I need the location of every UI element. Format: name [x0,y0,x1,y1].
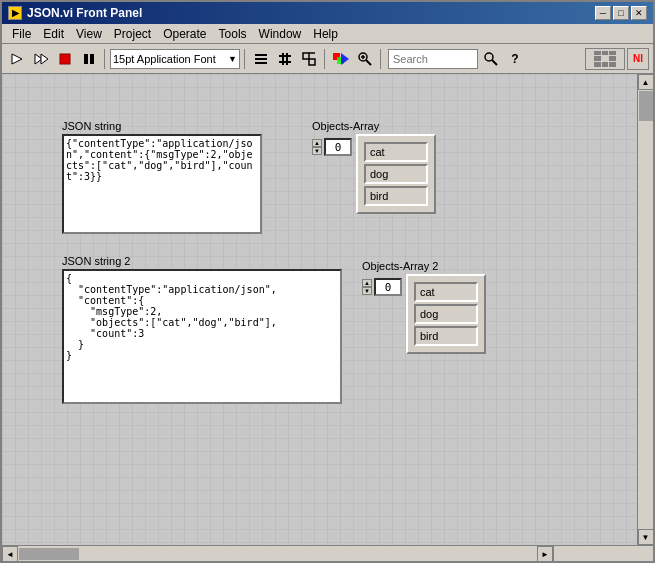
num-arrows-2: ▲ ▼ [362,279,372,295]
scroll-thumb-vertical[interactable] [639,91,653,121]
title-bar-left: ▶ JSON.vi Front Panel [8,6,142,20]
scroll-track-vertical[interactable] [638,90,654,529]
menu-help[interactable]: Help [307,26,344,42]
array-item: bird [414,326,478,346]
toolbar-sep-4 [380,49,382,69]
svg-rect-6 [255,54,267,56]
search-button[interactable] [480,48,502,70]
json-string-2-label: JSON string 2 [62,255,130,267]
scroll-down-button[interactable]: ▼ [638,529,654,545]
ni-text: NI [633,53,643,64]
num-increment-2[interactable]: ▲ [362,279,372,287]
close-button[interactable]: ✕ [631,6,647,20]
objects-array-2-inner: ▲ ▼ 0 cat dog bird [362,274,486,354]
menu-bar: File Edit View Project Operate Tools Win… [2,24,653,44]
dropdown-arrow-icon: ▼ [228,54,237,64]
maximize-button[interactable]: □ [613,6,629,20]
minimize-button[interactable]: ─ [595,6,611,20]
align-button[interactable] [250,48,272,70]
distribute-button[interactable] [274,48,296,70]
title-bar: ▶ JSON.vi Front Panel ─ □ ✕ [2,2,653,24]
svg-rect-12 [286,53,288,65]
num-decrement-2[interactable]: ▼ [362,287,372,295]
toolbar-sep-3 [324,49,326,69]
svg-rect-5 [90,54,94,64]
svg-marker-2 [41,54,48,64]
menu-tools[interactable]: Tools [213,26,253,42]
array-item: cat [414,282,478,302]
app-icon: ▶ [8,6,22,20]
num-display-1: 0 [324,138,352,156]
svg-rect-8 [255,62,267,64]
horizontal-scrollbar-area: ◄ ► [2,545,653,561]
help-icon: ? [511,52,518,66]
menu-file[interactable]: File [6,26,37,42]
num-decrement-1[interactable]: ▼ [312,147,322,155]
menu-project[interactable]: Project [108,26,157,42]
search-input[interactable] [393,53,473,65]
json-string-1-content: {"contentType":"application/json","conte… [66,138,253,182]
numeric-control-2: ▲ ▼ 0 [362,278,402,296]
objects-array-2-label: Objects-Array 2 [362,260,438,272]
svg-rect-14 [309,59,315,65]
svg-rect-10 [279,61,291,63]
pause-button[interactable] [78,48,100,70]
scroll-left-button[interactable]: ◄ [2,546,18,562]
svg-point-23 [485,53,493,61]
window-title: JSON.vi Front Panel [27,6,142,20]
resize-button[interactable] [298,48,320,70]
svg-marker-0 [12,54,22,64]
canvas-area[interactable]: JSON string {"contentType":"application/… [2,74,637,545]
ni-icon-button[interactable]: NI [627,48,649,70]
help-button[interactable]: ? [504,48,526,70]
ni-logo-area [585,48,625,70]
numeric-control-1: ▲ ▼ 0 [312,138,352,156]
svg-line-24 [492,60,497,65]
title-buttons: ─ □ ✕ [595,6,647,20]
objects-array-2-list: cat dog bird [406,274,486,354]
svg-marker-18 [341,53,349,65]
json-string-2-panel[interactable]: { "contentType":"application/json", "con… [62,269,342,404]
objects-array-1-label: Objects-Array [312,120,379,132]
objects-array-1-container: Objects-Array ▲ ▼ 0 cat dog [312,134,436,214]
run-continuous-button[interactable] [30,48,52,70]
menu-operate[interactable]: Operate [157,26,212,42]
toolbar-sep-2 [244,49,246,69]
vertical-scrollbar: ▲ ▼ [637,74,653,545]
font-dropdown[interactable]: 15pt Application Font ▼ [110,49,240,69]
json-string-2-content: { "contentType":"application/json", "con… [66,273,338,361]
scroll-thumb-horizontal[interactable] [19,548,79,560]
color-button[interactable] [330,48,352,70]
json-string-2-container: JSON string 2 { "contentType":"applicati… [62,269,342,404]
svg-rect-11 [282,53,284,65]
menu-view[interactable]: View [70,26,108,42]
svg-rect-13 [303,53,309,59]
json-string-1-label: JSON string [62,120,121,132]
num-arrows-1: ▲ ▼ [312,139,322,155]
array-item: dog [414,304,478,324]
main-window: ▶ JSON.vi Front Panel ─ □ ✕ File Edit Vi… [0,0,655,563]
objects-array-1-list: cat dog bird [356,134,436,214]
zoom-button[interactable] [354,48,376,70]
menu-edit[interactable]: Edit [37,26,70,42]
svg-rect-3 [60,54,70,64]
menu-window[interactable]: Window [253,26,308,42]
scroll-right-button[interactable]: ► [537,546,553,562]
array-item: dog [364,164,428,184]
font-label: 15pt Application Font [113,53,216,65]
svg-rect-7 [255,58,267,60]
toolbar: 15pt Application Font ▼ [2,44,653,74]
num-display-2: 0 [374,278,402,296]
scroll-up-button[interactable]: ▲ [638,74,654,90]
json-string-1-panel[interactable]: {"contentType":"application/json","conte… [62,134,262,234]
num-increment-1[interactable]: ▲ [312,139,322,147]
abort-button[interactable] [54,48,76,70]
status-bar [553,546,653,561]
json-string-1-container: JSON string {"contentType":"application/… [62,134,262,234]
svg-line-20 [366,60,371,65]
toolbar-sep-1 [104,49,106,69]
search-box [388,49,478,69]
objects-array-2-container: Objects-Array 2 ▲ ▼ 0 cat dog [362,274,486,354]
scroll-track-horizontal[interactable] [18,546,537,561]
run-arrow-button[interactable] [6,48,28,70]
